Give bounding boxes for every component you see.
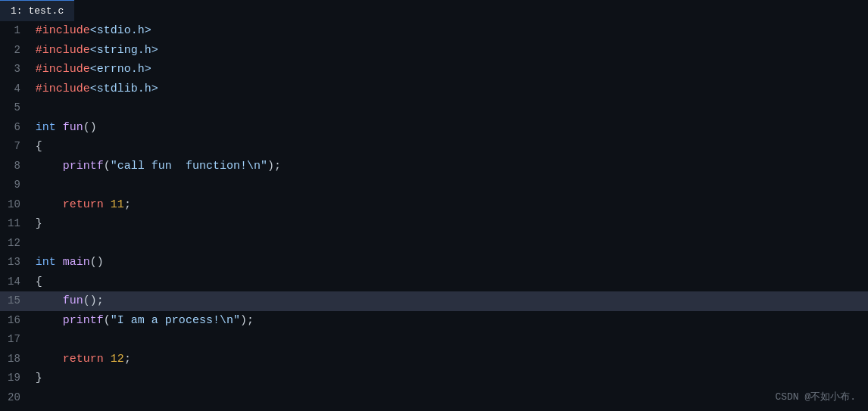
- line-number: 2: [0, 41, 33, 61]
- table-row: 6int fun(): [0, 118, 868, 138]
- code-table: 1#include<stdio.h>2#include<string.h>3#i…: [0, 21, 868, 411]
- table-row: 21: [0, 407, 868, 411]
- line-number: 11: [0, 214, 33, 234]
- table-row: 18 return 12;: [0, 350, 868, 369]
- table-row: 11}: [0, 214, 868, 234]
- line-number: 12: [0, 234, 33, 254]
- table-row: 3#include<errno.h>: [0, 60, 868, 79]
- line-number: 16: [0, 311, 33, 331]
- line-code: printf("call fun function!\n");: [33, 157, 868, 176]
- table-row: 9: [0, 176, 868, 195]
- line-number: 6: [0, 118, 33, 138]
- line-code: int fun(): [33, 118, 868, 138]
- line-number: 18: [0, 350, 33, 369]
- line-code: #include<stdlib.h>: [33, 79, 868, 99]
- line-code: #include<errno.h>: [33, 60, 868, 79]
- table-row: 15 fun();: [0, 291, 868, 311]
- editor-container: 1: test.c 1#include<stdio.h>2#include<st…: [0, 0, 868, 411]
- line-code: [33, 330, 868, 350]
- line-code: return 12;: [33, 350, 868, 369]
- table-row: 16 printf("I am a process!\n");: [0, 311, 868, 331]
- line-code: [33, 176, 868, 195]
- line-number: 20: [0, 388, 33, 408]
- table-row: 13int main(): [0, 253, 868, 272]
- line-number: 21: [0, 407, 33, 411]
- line-code: #include<string.h>: [33, 41, 868, 61]
- line-number: 1: [0, 21, 33, 41]
- line-number: 5: [0, 98, 33, 118]
- line-number: 7: [0, 137, 33, 157]
- line-code: {: [33, 272, 868, 292]
- line-code: return 11;: [33, 195, 868, 215]
- table-row: 2#include<string.h>: [0, 41, 868, 61]
- table-row: 20: [0, 388, 868, 408]
- line-code: #include<stdio.h>: [33, 21, 868, 41]
- line-number: 19: [0, 369, 33, 388]
- line-number: 10: [0, 195, 33, 215]
- tab-bar: 1: test.c: [0, 0, 868, 21]
- line-number: 3: [0, 60, 33, 79]
- active-tab[interactable]: 1: test.c: [0, 0, 74, 21]
- table-row: 5: [0, 98, 868, 118]
- line-code: {: [33, 137, 868, 157]
- line-number: 14: [0, 272, 33, 292]
- table-row: 4#include<stdlib.h>: [0, 79, 868, 99]
- line-code: fun();: [33, 291, 868, 311]
- line-code: }: [33, 369, 868, 388]
- line-code: [33, 98, 868, 118]
- table-row: 7{: [0, 137, 868, 157]
- line-number: 13: [0, 253, 33, 272]
- line-code: [33, 388, 868, 408]
- table-row: 8 printf("call fun function!\n");: [0, 157, 868, 176]
- line-code: }: [33, 214, 868, 234]
- table-row: 12: [0, 234, 868, 254]
- table-row: 10 return 11;: [0, 195, 868, 215]
- line-code: printf("I am a process!\n");: [33, 311, 868, 331]
- table-row: 14{: [0, 272, 868, 292]
- line-number: 9: [0, 176, 33, 195]
- table-row: 17: [0, 330, 868, 350]
- table-row: 19}: [0, 369, 868, 388]
- line-code: [33, 234, 868, 254]
- line-number: 4: [0, 79, 33, 99]
- line-number: 8: [0, 157, 33, 176]
- line-code: int main(): [33, 253, 868, 272]
- line-number: 15: [0, 291, 33, 311]
- line-code: [33, 407, 868, 411]
- code-area: 1#include<stdio.h>2#include<string.h>3#i…: [0, 21, 868, 411]
- table-row: 1#include<stdio.h>: [0, 21, 868, 41]
- watermark: CSDN @不如小布.: [775, 390, 856, 403]
- line-number: 17: [0, 330, 33, 350]
